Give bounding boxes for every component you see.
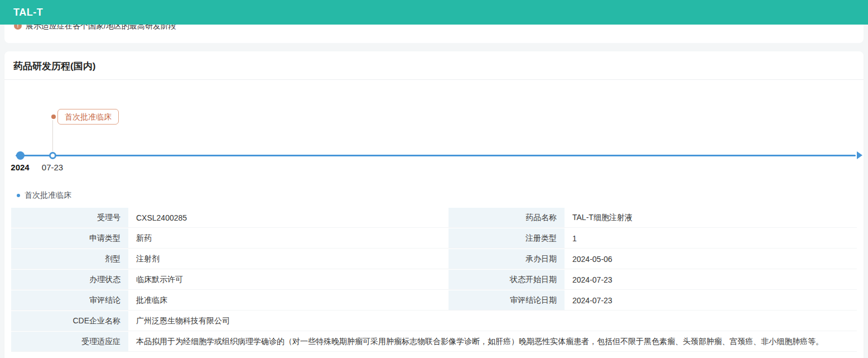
field-value: CXSL2400285 bbox=[128, 208, 441, 227]
field-value: 广州泛恩生物科技有限公司 bbox=[128, 311, 857, 331]
field-value: 临床默示许可 bbox=[128, 270, 441, 289]
page-title: TAL-T bbox=[13, 7, 43, 18]
field-label: 状态开始日期 bbox=[449, 270, 565, 289]
table-row: 申请类型 新药 注册类型 1 bbox=[11, 228, 857, 249]
field-label: 审评结论日期 bbox=[449, 290, 565, 310]
timeline-event-tag[interactable]: 首次批准临床 bbox=[57, 109, 119, 125]
field-label: 剂型 bbox=[11, 249, 128, 269]
rd-timeline: 首次批准临床 2024 07-23 bbox=[4, 80, 864, 176]
timeline-axis bbox=[16, 155, 856, 156]
table-row: 受理号 CXSL2400285 药品名称 TAL-T细胞注射液 bbox=[11, 208, 857, 228]
field-value: TAL-T细胞注射液 bbox=[565, 208, 857, 227]
table-row: 受理适应症 本品拟用于为经细胞学或组织病理学确诊的（对一些特殊晚期肿瘤可采用肿瘤… bbox=[11, 332, 857, 352]
field-value: 2024-07-23 bbox=[565, 290, 857, 310]
field-value: 注射剂 bbox=[128, 249, 441, 269]
field-label: 受理号 bbox=[11, 208, 128, 227]
table-row: CDE企业名称 广州泛恩生物科技有限公司 bbox=[11, 311, 857, 331]
bullet-icon bbox=[17, 194, 20, 197]
column-gap bbox=[441, 270, 449, 289]
field-label: 受理适应症 bbox=[11, 332, 128, 351]
field-value: 2024-05-06 bbox=[565, 249, 857, 269]
timeline-date-label: 07-23 bbox=[37, 163, 68, 172]
field-value: 1 bbox=[565, 228, 857, 248]
detail-heading-text: 首次批准临床 bbox=[25, 190, 71, 201]
detail-section-heading: 首次批准临床 bbox=[17, 190, 864, 201]
field-label: CDE企业名称 bbox=[11, 311, 128, 331]
event-connector-line bbox=[52, 120, 53, 151]
field-label: 承办日期 bbox=[449, 249, 565, 269]
column-gap bbox=[441, 249, 449, 269]
section-title: 药品研发历程(国内) bbox=[4, 51, 864, 80]
app-header-bar: TAL-T bbox=[0, 0, 868, 25]
column-gap bbox=[441, 228, 449, 248]
timeline-year-label: 2024 bbox=[7, 163, 33, 172]
timeline-year-dot bbox=[16, 151, 25, 160]
field-label: 药品名称 bbox=[449, 208, 565, 227]
timeline-arrow-icon bbox=[857, 151, 862, 159]
field-value: 本品拟用于为经细胞学或组织病理学确诊的（对一些特殊晚期肿瘤可采用肿瘤标志物联合影… bbox=[128, 332, 857, 351]
table-row: 审评结论 批准临床 审评结论日期 2024-07-23 bbox=[11, 290, 857, 311]
field-label: 审评结论 bbox=[11, 290, 128, 310]
field-label: 办理状态 bbox=[11, 270, 128, 289]
field-value: 批准临床 bbox=[128, 290, 441, 310]
event-marker-dot bbox=[51, 114, 56, 119]
column-gap bbox=[441, 208, 449, 227]
field-label: 申请类型 bbox=[11, 228, 128, 248]
field-value: 新药 bbox=[128, 228, 441, 248]
detail-table: 受理号 CXSL2400285 药品名称 TAL-T细胞注射液 申请类型 新药 … bbox=[11, 208, 857, 352]
table-row: 办理状态 临床默示许可 状态开始日期 2024-07-23 bbox=[11, 270, 857, 290]
rd-history-card: 药品研发历程(国内) 首次批准临床 2024 07-23 首次批准临床 受理号 … bbox=[4, 51, 864, 358]
timeline-event-dot[interactable] bbox=[49, 152, 56, 159]
table-row: 剂型 注射剂 承办日期 2024-05-06 bbox=[11, 249, 857, 269]
field-label: 注册类型 bbox=[449, 228, 565, 248]
field-value: 2024-07-23 bbox=[565, 270, 857, 289]
column-gap bbox=[441, 290, 449, 310]
